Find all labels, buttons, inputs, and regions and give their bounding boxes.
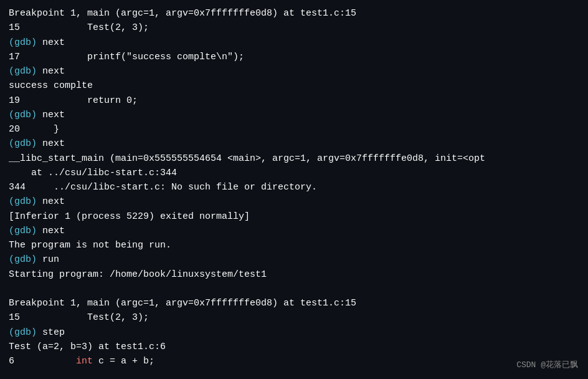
gdb-prompt-text: (gdb) [9,66,42,77]
terminal-line: Breakpoint 1, main (argc=1, argv=0x7ffff… [9,296,579,310]
terminal-line: 19 return 0; [9,94,579,108]
line-text: Breakpoint 1, main (argc=1, argv=0x7ffff… [9,8,356,19]
gdb-prompt-text: (gdb) [9,138,42,149]
line-text: 20 } [9,124,59,135]
terminal-line: 15 Test(2, 3); [9,310,579,325]
command-text: next [42,37,65,48]
line-text: 6 int c = a + b; [9,356,154,367]
command-text: next [42,226,65,236]
terminal-line: (gdb) next [9,64,579,79]
line-text: 344 ../csu/libc-start.c: No such file or… [9,182,317,193]
terminal-line: 15 Test(2, 3); [9,21,579,35]
line-text: [Inferior 1 (process 5229) exited normal… [9,211,250,222]
terminal-line: Test (a=2, b=3) at test1.c:6 [9,340,579,354]
command-text: step [42,327,65,338]
line-text: __libc_start_main (main=0x555555554654 <… [9,153,485,164]
line-text: The program is not being run. [9,240,171,251]
command-text: next [42,66,65,77]
terminal-line: Starting program: /home/book/linuxsystem… [9,267,579,282]
line-text: Breakpoint 1, main (argc=1, argv=0x7ffff… [9,298,356,309]
terminal-line: (gdb) next [9,108,579,122]
terminal-line: (gdb) next [9,137,579,151]
terminal-line: 6 int c = a + b; [9,354,579,368]
gdb-prompt-text: (gdb) [9,327,42,338]
terminal-line [9,282,579,296]
terminal-line: (gdb) next [9,194,579,209]
command-text: next [42,110,65,120]
terminal-line: [Inferior 1 (process 5229) exited normal… [9,209,579,224]
gdb-prompt-text: (gdb) [9,254,42,265]
terminal-line: at ../csu/libc-start.c:344 [9,166,579,180]
terminal-line: (gdb) next [9,224,579,238]
command-text: next [42,196,65,207]
gdb-prompt-text: (gdb) [9,37,42,48]
terminal-line: 17 printf("success complte\n"); [9,50,579,64]
terminal-line: (gdb) next [9,36,579,50]
command-text: run [42,254,59,265]
watermark-text: CSDN @花落已飘 [516,359,578,372]
gdb-prompt-text: (gdb) [9,226,42,236]
gdb-prompt-text: (gdb) [9,196,42,207]
terminal-line: success complte [9,79,579,93]
line-text: 15 Test(2, 3); [9,22,149,33]
line-text: Test (a=2, b=3) at test1.c:6 [9,342,166,352]
line-text: 17 printf("success complte\n"); [9,52,244,62]
line-text: Starting program: /home/book/linuxsystem… [9,269,267,280]
command-text: next [42,138,65,149]
terminal-line: 344 ../csu/libc-start.c: No such file or… [9,180,579,194]
line-text: at ../csu/libc-start.c:344 [9,168,177,178]
terminal-line: (gdb) run [9,252,579,267]
terminal-window: Breakpoint 1, main (argc=1, argv=0x7ffff… [0,0,588,379]
terminal-line: __libc_start_main (main=0x555555554654 <… [9,151,579,166]
terminal-line: The program is not being run. [9,238,579,252]
gdb-prompt-text: (gdb) [9,110,42,120]
line-text: 15 Test(2, 3); [9,312,149,323]
terminal-line: Breakpoint 1, main (argc=1, argv=0x7ffff… [9,6,579,21]
keyword-int: int [76,356,93,367]
line-text: success complte [9,80,93,91]
terminal-line: 20 } [9,122,579,137]
terminal-line: (gdb) step [9,325,579,340]
line-text: 19 return 0; [9,95,138,106]
